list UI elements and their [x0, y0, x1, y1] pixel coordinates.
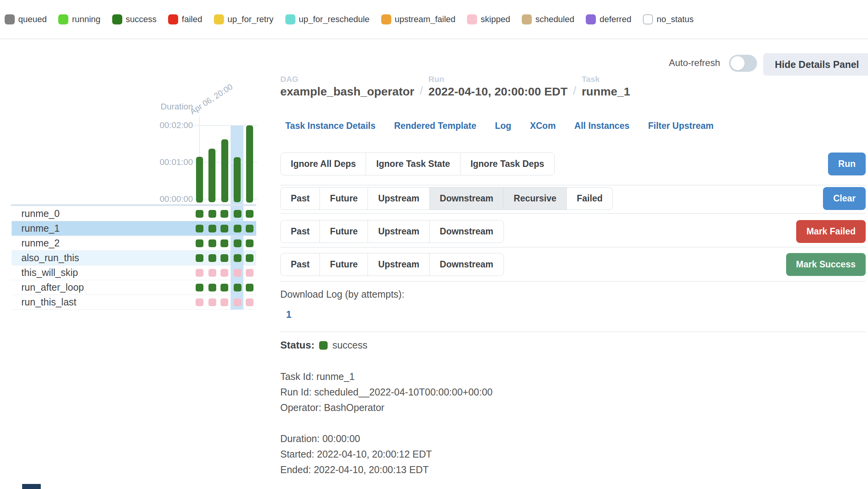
- breadcrumb-task: Task runme_1: [582, 75, 630, 98]
- breadcrumb-separator: /: [573, 84, 576, 98]
- task-instance-square[interactable]: [234, 239, 241, 247]
- duration-bar[interactable]: [221, 139, 228, 202]
- task-instance-square[interactable]: [208, 254, 216, 262]
- task-instance-square[interactable]: [220, 210, 228, 218]
- task-grid: runme_0runme_1runme_2also_run_thisthis_w…: [12, 206, 256, 310]
- task-instance-square[interactable]: [196, 239, 203, 247]
- task-instance-square[interactable]: [246, 210, 253, 218]
- tab-all-instances[interactable]: All Instances: [575, 121, 630, 131]
- ignore-task-deps-button[interactable]: Ignore Task Deps: [460, 153, 555, 175]
- duration-bar[interactable]: [196, 157, 203, 203]
- duration-bar[interactable]: [246, 125, 253, 203]
- task-instance-square[interactable]: [246, 239, 253, 247]
- mark-success-button[interactable]: Mark Success: [786, 253, 866, 276]
- downstream-button[interactable]: Downstream: [429, 253, 504, 276]
- failed-button[interactable]: Failed: [566, 187, 613, 210]
- hide-details-panel-button[interactable]: Hide Details Panel: [763, 53, 868, 76]
- task-instance-square[interactable]: [234, 284, 241, 291]
- run-name[interactable]: 2022-04-10, 20:00:00 EDT: [429, 85, 568, 98]
- downstream-button[interactable]: Downstream: [429, 187, 504, 210]
- future-button[interactable]: Future: [319, 187, 368, 210]
- past-button[interactable]: Past: [280, 253, 320, 276]
- task-instance-square[interactable]: [234, 210, 241, 218]
- task-instance-square[interactable]: [220, 298, 228, 306]
- task-row-label: run_after_loop: [21, 280, 84, 294]
- airflow-grid-view: queuedrunningsuccessfailedup_for_retryup…: [0, 0, 868, 489]
- task-instance-square[interactable]: [208, 239, 216, 247]
- no-status-swatch: [643, 14, 653, 24]
- past-button[interactable]: Past: [280, 187, 320, 210]
- ignore-all-deps-button[interactable]: Ignore All Deps: [280, 153, 366, 175]
- task-instance-square[interactable]: [246, 269, 253, 277]
- mark-failed-button[interactable]: Mark Failed: [796, 220, 866, 243]
- tab-filter-upstream[interactable]: Filter Upstream: [648, 121, 714, 131]
- task-instance-square[interactable]: [208, 298, 216, 306]
- legend-item-success: success: [112, 14, 156, 24]
- detail-line: Task Id: runme_1: [280, 369, 493, 384]
- task-instance-square[interactable]: [234, 269, 241, 277]
- detail-line: Started: 2022-04-10, 20:00:12 EDT: [280, 446, 493, 462]
- task-instance-square[interactable]: [196, 284, 203, 291]
- task-instance-square[interactable]: [196, 254, 203, 262]
- task-instance-square[interactable]: [196, 298, 203, 306]
- upstream-button[interactable]: Upstream: [368, 187, 430, 210]
- upstream-button[interactable]: Upstream: [368, 253, 430, 276]
- future-button[interactable]: Future: [319, 253, 368, 276]
- future-button[interactable]: Future: [319, 220, 368, 243]
- past-button[interactable]: Past: [280, 220, 320, 243]
- task-instance-square[interactable]: [246, 298, 253, 306]
- log-attempt-link[interactable]: 1: [286, 309, 292, 320]
- task-instance-square[interactable]: [208, 225, 216, 232]
- auto-refresh-toggle[interactable]: [729, 55, 757, 72]
- breadcrumb-dag: DAG example_bash_operator: [280, 75, 414, 98]
- tab-log[interactable]: Log: [495, 121, 511, 131]
- task-row-runme-0[interactable]: runme_0: [12, 206, 256, 221]
- button-group: PastFutureUpstreamDownstream: [280, 220, 504, 243]
- status-label: Status:: [280, 339, 314, 351]
- task-instance-square[interactable]: [196, 210, 203, 218]
- tab-xcom[interactable]: XCom: [530, 121, 556, 131]
- task-instance-square[interactable]: [246, 284, 253, 291]
- tab-rendered-template[interactable]: Rendered Template: [394, 121, 476, 131]
- task-instance-square[interactable]: [220, 254, 228, 262]
- task-instance-square[interactable]: [220, 239, 228, 247]
- clear-button[interactable]: Clear: [823, 187, 866, 210]
- task-instance-square[interactable]: [196, 225, 203, 232]
- task-name[interactable]: runme_1: [582, 85, 630, 98]
- task-row-run-this-last[interactable]: run_this_last: [12, 295, 256, 310]
- task-instance-square[interactable]: [208, 210, 216, 218]
- task-instance-square[interactable]: [220, 225, 228, 232]
- detail-line: [280, 415, 493, 431]
- skipped-swatch: [467, 14, 477, 24]
- recursive-button[interactable]: Recursive: [503, 187, 567, 210]
- task-instance-square[interactable]: [234, 254, 241, 262]
- dag-name[interactable]: example_bash_operator: [280, 85, 414, 98]
- legend-label: upstream_failed: [395, 14, 456, 24]
- task-instance-square[interactable]: [234, 298, 241, 306]
- duration-bar[interactable]: [234, 157, 241, 202]
- task-row-label: runme_1: [21, 221, 60, 235]
- task-instance-square[interactable]: [196, 269, 203, 277]
- tab-task-instance-details[interactable]: Task Instance Details: [285, 121, 375, 131]
- task-instance-square[interactable]: [220, 284, 228, 291]
- duration-bar[interactable]: [208, 149, 215, 202]
- dag-label: DAG: [280, 75, 414, 84]
- task-instance-square[interactable]: [220, 269, 228, 277]
- run-button[interactable]: Run: [828, 153, 866, 175]
- downstream-button[interactable]: Downstream: [429, 220, 504, 243]
- task-row-runme-2[interactable]: runme_2: [12, 236, 256, 251]
- task-instance-square[interactable]: [246, 254, 253, 262]
- task-instance-square[interactable]: [246, 225, 253, 232]
- task-row-this-will-skip[interactable]: this_will_skip: [12, 265, 256, 280]
- task-instance-square[interactable]: [208, 284, 216, 291]
- task-instance-square[interactable]: [208, 269, 216, 277]
- ignore-task-state-button[interactable]: Ignore Task State: [366, 153, 460, 175]
- task-row-also-run-this[interactable]: also_run_this: [12, 251, 256, 265]
- legend-label: up_for_retry: [227, 14, 274, 24]
- task-row-runme-1[interactable]: runme_1: [12, 221, 256, 236]
- upstream-button[interactable]: Upstream: [368, 220, 430, 243]
- legend-item-up-for-retry: up_for_retry: [214, 14, 274, 24]
- legend-label: failed: [182, 14, 202, 24]
- task-instance-square[interactable]: [234, 225, 241, 232]
- task-row-run-after-loop[interactable]: run_after_loop: [12, 280, 256, 295]
